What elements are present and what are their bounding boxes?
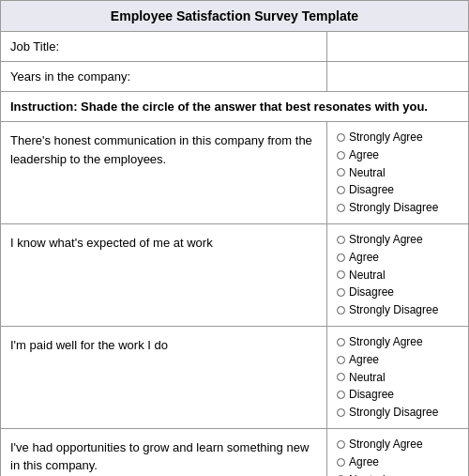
radio-circle-0-2 [337, 168, 345, 177]
question-row-2: I'm paid well for the work I doStrongly … [1, 327, 468, 429]
radio-circle-3-1 [337, 458, 345, 467]
option-1-4[interactable]: Strongly Disagree [337, 302, 459, 318]
option-label-0-2: Neutral [349, 165, 386, 181]
survey-title: Employee Satisfaction Survey Template [1, 1, 468, 32]
years-row: Years in the company: [1, 62, 468, 92]
radio-circle-1-1 [337, 253, 345, 262]
option-0-2[interactable]: Neutral [337, 165, 459, 181]
radio-circle-2-0 [337, 338, 345, 346]
option-2-4[interactable]: Strongly Disagree [337, 405, 459, 421]
option-label-3-1: Agree [349, 454, 379, 470]
option-label-0-3: Disagree [349, 182, 394, 198]
option-label-3-0: Strongly Agree [349, 437, 423, 453]
option-1-2[interactable]: Neutral [337, 268, 459, 284]
instruction: Instruction: Shade the circle of the ans… [1, 92, 468, 122]
job-title-row: Job Title: [1, 32, 468, 62]
option-0-3[interactable]: Disagree [337, 182, 459, 198]
option-2-3[interactable]: Disagree [337, 387, 459, 403]
option-label-2-1: Agree [349, 352, 379, 368]
option-1-3[interactable]: Disagree [337, 284, 459, 300]
option-label-1-0: Strongly Agree [349, 232, 423, 248]
answer-options-2: Strongly AgreeAgreeNeutralDisagreeStrong… [327, 327, 468, 428]
option-2-1[interactable]: Agree [337, 352, 459, 368]
radio-circle-3-0 [337, 440, 345, 449]
option-label-0-1: Agree [349, 147, 379, 163]
answer-options-0: Strongly AgreeAgreeNeutralDisagreeStrong… [327, 122, 468, 223]
option-3-2[interactable]: Neutral [337, 472, 459, 476]
option-label-0-4: Strongly Disagree [349, 200, 438, 216]
radio-circle-0-0 [337, 133, 345, 142]
option-3-0[interactable]: Strongly Agree [337, 437, 459, 453]
radio-circle-0-4 [337, 204, 345, 212]
option-label-1-1: Agree [349, 250, 379, 266]
radio-circle-1-4 [337, 306, 345, 315]
radio-circle-0-1 [337, 151, 345, 160]
question-text-2: I'm paid well for the work I do [1, 327, 327, 428]
question-row-0: There's honest communication in this com… [1, 122, 468, 224]
question-row-3: I've had opportunities to grow and learn… [1, 429, 468, 476]
radio-circle-2-3 [337, 391, 345, 399]
option-label-1-2: Neutral [349, 268, 386, 284]
radio-circle-2-4 [337, 408, 345, 417]
question-text-0: There's honest communication in this com… [1, 122, 327, 223]
option-0-4[interactable]: Strongly Disagree [337, 200, 459, 216]
questions-container: There's honest communication in this com… [1, 122, 468, 476]
answer-options-3: Strongly AgreeAgreeNeutralDisagreeStrong… [327, 429, 468, 476]
option-1-1[interactable]: Agree [337, 250, 459, 266]
years-value[interactable] [327, 62, 468, 91]
survey-container: Employee Satisfaction Survey Template Jo… [0, 0, 469, 476]
answer-options-1: Strongly AgreeAgreeNeutralDisagreeStrong… [327, 224, 468, 326]
option-label-2-2: Neutral [349, 370, 386, 386]
option-3-1[interactable]: Agree [337, 454, 459, 470]
radio-circle-2-2 [337, 373, 345, 381]
option-0-1[interactable]: Agree [337, 147, 459, 163]
radio-circle-0-3 [337, 186, 345, 194]
radio-circle-1-2 [337, 270, 345, 279]
option-label-2-4: Strongly Disagree [349, 405, 438, 421]
option-label-2-3: Disagree [349, 387, 394, 403]
question-text-3: I've had opportunities to grow and learn… [1, 429, 327, 476]
question-text-1: I know what's expected of me at work [1, 224, 327, 326]
years-label: Years in the company: [1, 62, 327, 91]
option-0-0[interactable]: Strongly Agree [337, 130, 459, 146]
option-label-1-3: Disagree [349, 284, 394, 300]
radio-circle-2-1 [337, 356, 345, 364]
job-title-value[interactable] [327, 32, 468, 61]
radio-circle-1-3 [337, 288, 345, 297]
option-label-1-4: Strongly Disagree [349, 302, 438, 318]
option-label-3-2: Neutral [349, 472, 386, 476]
option-label-0-0: Strongly Agree [349, 130, 423, 146]
job-title-label: Job Title: [1, 32, 327, 61]
option-2-2[interactable]: Neutral [337, 370, 459, 386]
radio-circle-1-0 [337, 236, 345, 244]
option-2-0[interactable]: Strongly Agree [337, 334, 459, 350]
option-label-2-0: Strongly Agree [349, 334, 423, 350]
question-row-1: I know what's expected of me at workStro… [1, 224, 468, 327]
option-1-0[interactable]: Strongly Agree [337, 232, 459, 248]
